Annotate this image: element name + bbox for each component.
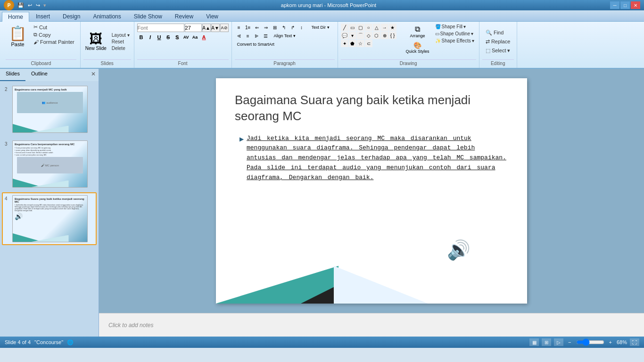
copy-button[interactable]: ⧉ Copy — [32, 31, 76, 38]
shape-10[interactable]: ⊂ — [365, 40, 372, 47]
new-slide-button[interactable]: 🖼 New Slide — [83, 32, 108, 52]
shape-line[interactable]: ╱ — [341, 24, 348, 31]
shape-rounded-rect[interactable]: ▢ — [357, 24, 364, 31]
columns-button[interactable]: ⊞ — [271, 24, 279, 31]
numbered-list-button[interactable]: 1≡ — [244, 24, 252, 31]
decrease-indent-button[interactable]: ⇐ — [253, 24, 261, 31]
shape-3[interactable]: ◇ — [365, 32, 372, 39]
char-spacing-button[interactable]: AV — [182, 33, 190, 41]
slide-deco-3 — [13, 179, 87, 187]
tab-animations[interactable]: Animations — [87, 11, 127, 21]
align-left-button[interactable]: ⫷ — [235, 32, 243, 40]
minimize-button[interactable]: ─ — [610, 1, 619, 9]
editing-label: Editing — [482, 59, 514, 66]
align-right-button[interactable]: ⫸ — [253, 32, 261, 40]
shape-4[interactable]: ⬡ — [373, 32, 380, 39]
shape-outline-button[interactable]: ▭ Shape Outline▾ — [433, 31, 476, 37]
fit-slide-button[interactable]: ⛶ — [630, 338, 639, 346]
shape-rect[interactable]: ▭ — [349, 24, 356, 31]
shape-oval[interactable]: ○ — [365, 24, 372, 31]
decrease-font-button[interactable]: A▼ — [211, 24, 220, 32]
tab-outline[interactable]: Outline — [25, 69, 53, 81]
select-button[interactable]: ⬚ Select▾ — [483, 47, 513, 54]
shape-triangle[interactable]: △ — [373, 24, 380, 31]
shape-9[interactable]: ☆ — [357, 40, 364, 47]
select-icon: ⬚ — [486, 48, 490, 54]
panel-close-button[interactable]: ✕ — [88, 69, 99, 81]
slideshow-button[interactable]: ▷ — [554, 338, 563, 346]
increase-indent-button[interactable]: ⇒ — [262, 24, 270, 31]
zoom-plus-button[interactable]: + — [607, 339, 614, 345]
text-direction-button[interactable]: Text Dir ▾ — [306, 24, 335, 31]
increase-font-button[interactable]: A▲ — [202, 24, 211, 32]
shape-effects-button[interactable]: ✨ Shape Effects▾ — [433, 38, 476, 44]
notes-area[interactable]: Click to add notes — [99, 313, 644, 337]
delete-button[interactable]: Delete — [110, 45, 131, 51]
shape-7[interactable]: ✦ — [341, 40, 348, 47]
ribbon-tabs: Home Insert Design Animations Slide Show… — [0, 10, 644, 22]
slide-thumb-3[interactable]: 3 Bagaimana Cara berpenampilan seorang M… — [2, 138, 97, 190]
clear-format-button[interactable]: A⊘ — [220, 24, 229, 32]
shape-5[interactable]: ⊕ — [381, 32, 388, 39]
shape-8[interactable]: ⬟ — [349, 40, 356, 47]
shadow-button[interactable]: S — [173, 33, 182, 41]
slide-canvas[interactable]: Bagaimana Suara yang baik ketika menjadi… — [216, 78, 527, 304]
font-color-button[interactable]: A — [200, 33, 208, 41]
zoom-slider[interactable] — [576, 338, 604, 346]
quick-styles-button[interactable]: 🎨 Quick Styles — [404, 41, 431, 55]
tab-home[interactable]: Home — [2, 12, 29, 22]
slide-thumb-2[interactable]: 2 Bagaimana cara menjadi MC yang baik 👥 … — [2, 83, 97, 136]
font-size-input[interactable] — [185, 24, 202, 32]
bullet-list-button[interactable]: ≡ — [235, 24, 243, 31]
shape-2[interactable]: ⌒ — [357, 32, 364, 39]
arrange-button[interactable]: ⧉ Arrange — [404, 24, 431, 40]
tab-design[interactable]: Design — [57, 11, 86, 21]
shape-6[interactable]: { } — [389, 32, 396, 39]
slide-preview-content-3: Bagaimana Cara berpenampilan seorang MC … — [13, 141, 87, 176]
underline-button[interactable]: U — [155, 33, 164, 41]
slide-thumb-4[interactable]: 4 Bagaimana Suara yang baik ketika menja… — [2, 192, 97, 245]
tab-slideshow[interactable]: Slide Show — [128, 11, 168, 21]
rtl-button[interactable]: ↰ — [280, 24, 288, 31]
office-button[interactable]: P — [4, 0, 14, 10]
save-button[interactable]: 💾 — [16, 2, 25, 9]
format-painter-button[interactable]: 🖌 Format Painter — [32, 39, 76, 45]
replace-button[interactable]: ⇄ Replace — [483, 38, 513, 45]
ltr-button[interactable]: ↱ — [289, 24, 297, 31]
status-right: ▦ ⊞ ▷ − + 68% ⛶ — [529, 338, 639, 346]
restore-button[interactable]: □ — [620, 1, 630, 9]
tab-slides[interactable]: Slides — [0, 69, 25, 81]
undo-button[interactable]: ↩ — [26, 2, 33, 9]
change-case-button[interactable]: Aa — [191, 33, 199, 41]
cut-button[interactable]: ✂ Cut — [32, 24, 76, 31]
shape-fill-button[interactable]: 🪣 Shape Fill▾ — [433, 24, 476, 30]
find-button[interactable]: 🔍 Find — [483, 29, 513, 36]
paste-button[interactable]: 📋 Paste — [6, 24, 30, 59]
tab-insert[interactable]: Insert — [30, 11, 56, 21]
font-name-input[interactable] — [137, 24, 184, 32]
convert-smartart-button[interactable]: Convert to SmartArt — [235, 41, 277, 48]
close-button[interactable]: ✕ — [631, 1, 640, 9]
italic-button[interactable]: I — [146, 33, 155, 41]
slide-preview-content-4: Bagaimana Suara yang baik ketika menjadi… — [13, 196, 87, 222]
align-text-button[interactable]: Align Text ▾ — [271, 32, 299, 40]
reset-button[interactable]: Reset — [110, 39, 131, 45]
align-center-button[interactable]: ≡ — [244, 32, 252, 40]
normal-view-button[interactable]: ▦ — [529, 338, 539, 346]
redo-button[interactable]: ↪ — [34, 2, 41, 9]
zoom-minus-button[interactable]: − — [566, 339, 573, 345]
slide-sorter-button[interactable]: ⊞ — [542, 338, 551, 346]
shape-arrow[interactable]: → — [381, 24, 388, 31]
layout-button[interactable]: Layout ▾ — [110, 32, 131, 38]
tab-view[interactable]: View — [200, 11, 224, 21]
justify-button[interactable]: ☰ — [262, 32, 270, 40]
audio-icon[interactable]: 🔊 — [447, 239, 471, 261]
shape-more[interactable]: ▾ — [349, 32, 356, 39]
bold-button[interactable]: B — [137, 33, 146, 41]
strikethrough-button[interactable]: S — [164, 33, 173, 41]
line-spacing-button[interactable]: ↕ — [297, 24, 306, 31]
shape-star[interactable]: ★ — [389, 24, 396, 31]
shape-callout[interactable]: 💬 — [341, 32, 348, 39]
tab-review[interactable]: Review — [169, 11, 199, 21]
font-row-1: A▲ A▼ A⊘ — [137, 24, 229, 32]
